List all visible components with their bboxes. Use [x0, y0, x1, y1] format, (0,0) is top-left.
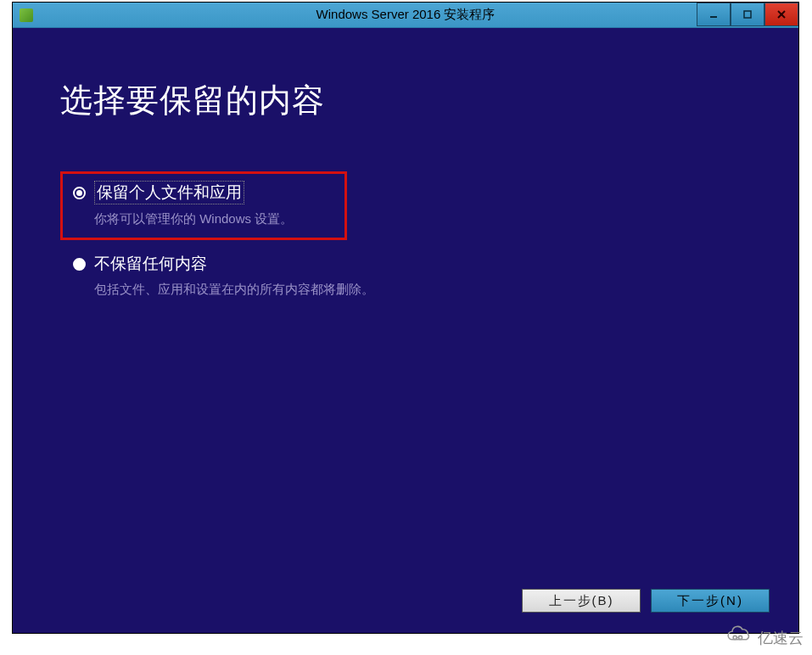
options-group: 保留个人文件和应用 你将可以管理你的 Windows 设置。 不保留任何内容 包…: [60, 171, 751, 311]
page-title: 选择要保留的内容: [60, 79, 751, 122]
svg-point-5: [739, 635, 742, 639]
next-button[interactable]: 下一步(N): [651, 589, 770, 613]
window-title: Windows Server 2016 安装程序: [316, 7, 496, 23]
content-area: 选择要保留的内容 保留个人文件和应用 你将可以管理你的 Windows 设置。 …: [13, 28, 798, 633]
option-description: 包括文件、应用和设置在内的所有内容都将删除。: [94, 282, 421, 298]
app-icon: [20, 8, 33, 22]
back-button[interactable]: 上一步(B): [522, 589, 641, 613]
close-button[interactable]: [764, 3, 798, 26]
cloud-icon: [725, 625, 753, 650]
installer-window: Windows Server 2016 安装程序 选择要保留的内容 保留个人文件…: [12, 2, 799, 634]
option-description: 你将可以管理你的 Windows 设置。: [94, 211, 334, 227]
watermark: 亿速云: [725, 625, 804, 650]
maximize-button[interactable]: [731, 3, 764, 26]
titlebar[interactable]: Windows Server 2016 安装程序: [13, 3, 798, 28]
option-title: 保留个人文件和应用: [94, 181, 244, 204]
option-row: 保留个人文件和应用: [73, 181, 334, 204]
option-keep-nothing[interactable]: 不保留任何内容 包括文件、应用和设置在内的所有内容都将删除。: [60, 244, 434, 311]
svg-rect-1: [744, 11, 751, 18]
watermark-text: 亿速云: [758, 628, 804, 648]
minimize-button[interactable]: [697, 3, 731, 26]
button-bar: 上一步(B) 下一步(N): [522, 589, 770, 613]
option-keep-files[interactable]: 保留个人文件和应用 你将可以管理你的 Windows 设置。: [60, 171, 347, 240]
window-controls: [697, 3, 798, 26]
option-title: 不保留任何内容: [94, 253, 207, 275]
radio-icon[interactable]: [73, 187, 86, 199]
option-row: 不保留任何内容: [73, 253, 421, 275]
radio-icon[interactable]: [73, 258, 86, 271]
svg-point-4: [733, 635, 736, 639]
